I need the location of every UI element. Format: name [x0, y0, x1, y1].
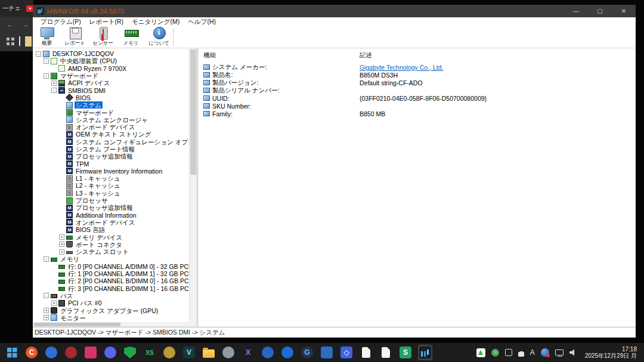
tree-item[interactable]: 行: 1 [P0 CHANNEL A/DIMM 1] - 32 GB PC5-4… [33, 270, 189, 277]
input-method-a-icon[interactable]: A [530, 348, 535, 357]
google-drive-icon[interactable] [476, 348, 485, 357]
expand-plus-icon[interactable]: + [51, 81, 57, 86]
scrollbar-thumb[interactable] [190, 49, 196, 175]
toolbar-overview-button[interactable]: 概要 [33, 26, 61, 48]
tree-item[interactable]: -マザーボード [33, 72, 189, 79]
tree-item[interactable]: +システム スロット [33, 248, 189, 255]
discord-icon[interactable] [103, 345, 117, 360]
start-icon[interactable] [5, 345, 19, 360]
forward-icon[interactable]: → [22, 20, 29, 29]
manufacturer-link[interactable]: Gigabyte Technology Co., Ltd. [360, 64, 443, 71]
detail-row[interactable]: システム メーカー:Gigabyte Technology Co., Ltd. [201, 63, 636, 71]
tree-item[interactable]: システム コンフィギュレーション オプション [33, 138, 189, 146]
tree-item[interactable]: -バス [33, 292, 189, 299]
xsplit-icon[interactable]: XS [143, 345, 157, 360]
tray-square-app-icon[interactable] [505, 349, 512, 356]
extensions-grid-icon[interactable] [7, 38, 14, 45]
tree-item[interactable]: プロセッサ [33, 197, 189, 204]
tree-item[interactable]: 行: 3 [P0 CHANNEL B/DIMM 1] - 16 GB PC5-4… [33, 285, 189, 292]
tree-item[interactable]: システム [33, 101, 189, 109]
tree-item[interactable]: TPM [33, 160, 189, 167]
bookmark-chip-icon[interactable] [25, 36, 32, 47]
green-shield-app-icon[interactable] [123, 345, 137, 360]
tree-item[interactable]: システム ブート情報 [33, 146, 189, 153]
panel-splitter[interactable] [197, 48, 199, 327]
collapse-minus-icon[interactable]: - [36, 51, 41, 57]
tree-item[interactable]: L3 - キャッシュ [33, 190, 189, 197]
edge-browser-icon[interactable] [280, 345, 295, 360]
tray-blue-ball-app-icon[interactable] [541, 348, 549, 357]
expand-plus-icon[interactable]: + [59, 242, 64, 247]
photos-app-icon[interactable] [320, 345, 334, 360]
tree-item[interactable]: オンボード デバイス [33, 219, 189, 226]
teal-v-app-icon[interactable]: V [182, 345, 196, 360]
tree-item[interactable]: -中央処理装置 (CPU) [33, 57, 189, 64]
tree-item[interactable]: +グラフィックス アダプター (GPU) [33, 307, 189, 314]
tree-item[interactable]: L2 - キャッシュ [33, 182, 189, 189]
tree-item[interactable]: +ACPI デバイス [33, 79, 189, 86]
expand-plus-icon[interactable]: + [59, 234, 64, 240]
g-app-icon[interactable]: G [300, 345, 314, 360]
gold-orb-app-icon[interactable] [162, 345, 177, 360]
pink-cube-app-icon[interactable] [83, 345, 98, 360]
tree-vertical-scrollbar[interactable] [190, 48, 197, 322]
browser-tab[interactable]: ーチェ [0, 0, 33, 17]
collapse-minus-icon[interactable]: - [51, 88, 57, 93]
tree-item[interactable]: +PCI バス #0 [33, 299, 189, 307]
notepad-doc-2-icon[interactable] [379, 345, 393, 360]
red-app-icon[interactable] [64, 345, 78, 360]
tree-item[interactable]: 行: 0 [P0 CHANNEL A/DIMM 0] - 32 GB PC5-4… [33, 263, 189, 270]
volume-icon[interactable] [569, 349, 577, 356]
collapse-minus-icon[interactable]: - [44, 256, 49, 262]
x-purple-app-icon[interactable]: X [241, 345, 255, 360]
tree-item[interactable]: AMD Ryzen 7 9700X [33, 65, 189, 72]
tree-horizontal-scrollbar[interactable] [33, 322, 197, 327]
detail-row[interactable]: 製品バージョン:Default string-CF-ADO [201, 79, 636, 86]
detail-row[interactable]: UUID:{03FF0210-04E0-058F-9F06-D507000800… [201, 94, 636, 102]
collapse-minus-icon[interactable]: - [44, 73, 49, 79]
tray-lock-icon[interactable] [518, 352, 524, 357]
detail-row[interactable]: SKU Number: [201, 102, 636, 110]
tree-item[interactable]: +モニター [33, 314, 189, 321]
tree-item[interactable]: BIOS 言語 [33, 226, 189, 233]
menu-item-1[interactable]: レポート(R) [85, 18, 128, 26]
tree-item[interactable]: OEM テキスト ストリング [33, 131, 189, 138]
detail-row[interactable]: Family:B850 MB [201, 110, 636, 117]
expand-plus-icon[interactable]: + [51, 301, 57, 306]
menu-item-0[interactable]: プログラム(P) [36, 18, 85, 26]
notepad-doc-icon[interactable] [359, 345, 373, 360]
tree-item[interactable]: -DESKTOP-1JCDQOV [33, 50, 189, 57]
expand-plus-icon[interactable]: + [44, 315, 49, 320]
gray-globe-app-icon[interactable] [221, 345, 236, 360]
detail-row[interactable]: 製品シリアル ナンバー: [201, 86, 636, 94]
tree-item[interactable]: 行: 2 [P0 CHANNEL B/DIMM 0] - 16 GB PC5-4… [33, 277, 189, 284]
sheets-app-icon[interactable]: S [398, 345, 413, 360]
menu-item-2[interactable]: モニタリング(M) [128, 18, 184, 26]
ccleaner-icon[interactable]: C [24, 345, 39, 360]
clock[interactable]: 17:18 2025年12月29日 月 [577, 346, 644, 359]
tree-item[interactable]: Firmware Inventory Information [33, 168, 189, 175]
blue-globe-app-icon[interactable] [261, 345, 275, 360]
tree-item[interactable]: -SMBIOS DMI [33, 86, 189, 94]
scrollbar-thumb[interactable] [34, 323, 120, 326]
collapse-minus-icon[interactable]: - [44, 58, 49, 64]
title-bar[interactable]: HWiNFO® 64 v8.34-5870 — ▢ ✕ [33, 5, 636, 17]
toolbar-sensors-button[interactable]: センサー [89, 26, 117, 48]
expand-plus-icon[interactable]: + [59, 249, 64, 255]
tree-item[interactable]: マザーボード [33, 109, 189, 116]
tree-item[interactable]: L1 - キャッシュ [33, 175, 189, 182]
tree-item[interactable]: プロセッサ追加情報 [33, 153, 189, 160]
file-explorer-icon[interactable] [202, 345, 216, 360]
tray-green-app-icon[interactable] [491, 349, 499, 357]
close-button[interactable]: ✕ [612, 5, 636, 17]
minimize-button[interactable]: — [564, 5, 588, 17]
toolbar-report-button[interactable]: レポート [61, 26, 89, 48]
toolbar-memory-button[interactable]: メモリ [117, 26, 145, 48]
tree-item[interactable]: BIOS [33, 94, 189, 101]
back-icon[interactable]: ← [7, 20, 14, 29]
tree-item[interactable]: +ポート コネクタ [33, 241, 189, 248]
tree-item[interactable]: システム エンクロージャ [33, 116, 189, 123]
maximize-button[interactable]: ▢ [588, 5, 612, 17]
tree-item[interactable]: -メモリ [33, 255, 189, 262]
tree-item[interactable]: オンボード デバイス [33, 123, 189, 131]
